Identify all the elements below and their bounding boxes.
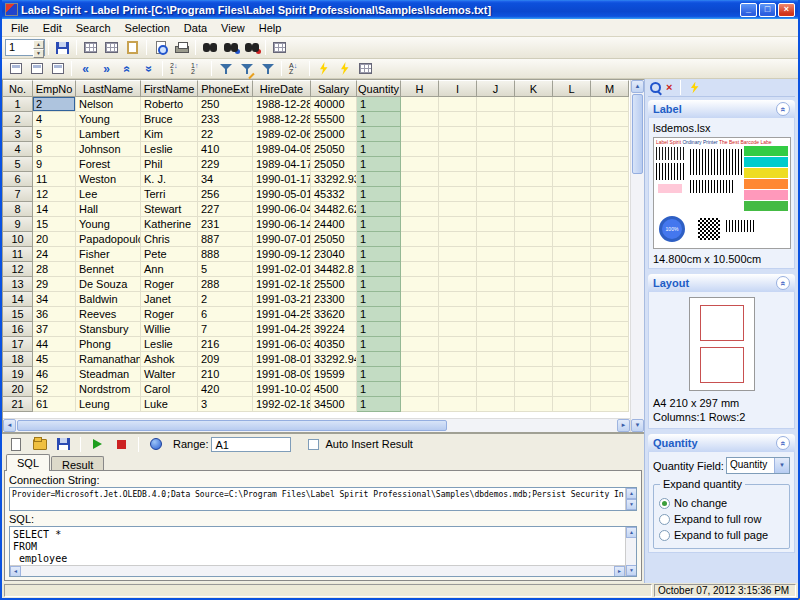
row-header[interactable]: 3 (3, 127, 33, 142)
paste-button[interactable] (122, 39, 143, 57)
tab-sql[interactable]: SQL (6, 454, 50, 471)
cell[interactable]: Stansbury (76, 322, 141, 337)
cell[interactable]: 61 (33, 397, 76, 412)
page-down-button[interactable]: « (138, 60, 159, 78)
scroll-up-icon[interactable]: ▲ (626, 488, 637, 499)
cell[interactable]: 20 (33, 232, 76, 247)
cell[interactable]: 233 (198, 112, 253, 127)
collapse-chevron-icon[interactable]: « (776, 102, 790, 116)
radio-option-no-change[interactable]: No change (659, 495, 784, 511)
menu-edit[interactable]: Edit (36, 20, 69, 36)
cell[interactable]: 1 (357, 217, 401, 232)
cell[interactable]: 420 (198, 382, 253, 397)
column-header-empno[interactable]: EmpNo (33, 80, 76, 97)
cell[interactable]: 25000 (311, 127, 357, 142)
cell[interactable]: 1990-06-14 (253, 217, 311, 232)
cell[interactable]: 410 (198, 142, 253, 157)
cell[interactable] (401, 382, 439, 397)
column-header-quantity[interactable]: Quantity (357, 80, 401, 97)
column-header-hiredate[interactable]: HireDate (253, 80, 311, 97)
cell[interactable] (553, 97, 591, 112)
filter-button[interactable] (215, 60, 236, 78)
apply-button[interactable] (313, 60, 334, 78)
cell[interactable]: De Souza (76, 277, 141, 292)
cell[interactable]: 1 (357, 112, 401, 127)
maximize-button[interactable]: □ (759, 3, 776, 17)
cell[interactable] (439, 292, 477, 307)
cell[interactable] (477, 142, 515, 157)
cell[interactable]: 1989-02-06 (253, 127, 311, 142)
cell[interactable] (591, 97, 629, 112)
cell[interactable]: 7 (198, 322, 253, 337)
cell[interactable]: 231 (198, 217, 253, 232)
cell[interactable]: Ramanathan (76, 352, 141, 367)
cell[interactable]: 1991-02-18 (253, 277, 311, 292)
radio-button[interactable] (659, 530, 670, 541)
scroll-down-icon[interactable]: ▼ (626, 499, 637, 510)
cell[interactable]: 19599 (311, 367, 357, 382)
cell[interactable]: 227 (198, 202, 253, 217)
cell[interactable] (439, 142, 477, 157)
cell[interactable]: 229 (198, 157, 253, 172)
cell[interactable] (553, 202, 591, 217)
record-number-spinner[interactable]: 1 ▲ ▼ (5, 39, 45, 56)
connection-string-box[interactable]: Provider=Microsoft.Jet.OLEDB.4.0;Data So… (9, 487, 637, 511)
cell[interactable]: Carol (141, 382, 198, 397)
cell[interactable]: 1989-04-05 (253, 142, 311, 157)
cell[interactable] (553, 352, 591, 367)
sql-editor[interactable]: SELECT * FROM employee ▲ ▼ ◄ ► (9, 526, 637, 577)
cell[interactable] (515, 322, 553, 337)
cell[interactable]: 24400 (311, 217, 357, 232)
flash-icon[interactable] (689, 82, 699, 94)
cell[interactable] (401, 157, 439, 172)
cell[interactable]: 1 (357, 232, 401, 247)
sort-ascending-button[interactable]: 2↓1 (166, 60, 187, 78)
cell[interactable]: 216 (198, 337, 253, 352)
cell[interactable] (439, 397, 477, 412)
cell[interactable] (477, 232, 515, 247)
cell[interactable] (591, 142, 629, 157)
cell[interactable]: 1 (357, 277, 401, 292)
cell[interactable]: Baldwin (76, 292, 141, 307)
cell[interactable]: Roger (141, 277, 198, 292)
collapse-chevron-icon[interactable]: « (776, 436, 790, 450)
view-label-button[interactable] (5, 60, 26, 78)
cell[interactable]: Hall (76, 202, 141, 217)
cell[interactable]: 1988-12-28 (253, 112, 311, 127)
cell[interactable] (591, 262, 629, 277)
cell[interactable] (591, 352, 629, 367)
page-up-button[interactable]: « (117, 60, 138, 78)
cell[interactable] (477, 307, 515, 322)
cell[interactable]: Steadman (76, 367, 141, 382)
scroll-down-icon[interactable]: ▼ (626, 565, 637, 576)
cell[interactable] (477, 172, 515, 187)
cell[interactable] (553, 397, 591, 412)
cell[interactable] (477, 352, 515, 367)
minimize-button[interactable]: _ (740, 3, 757, 17)
cell[interactable] (553, 277, 591, 292)
cell[interactable] (515, 397, 553, 412)
cell[interactable] (591, 172, 629, 187)
cell[interactable]: K. J. (141, 172, 198, 187)
cell[interactable]: 1991-06-03 (253, 337, 311, 352)
cell[interactable]: 1991-08-09 (253, 367, 311, 382)
row-header[interactable]: 6 (3, 172, 33, 187)
cell[interactable] (553, 112, 591, 127)
radio-button[interactable] (659, 498, 670, 509)
cell[interactable]: 1 (357, 172, 401, 187)
radio-button[interactable] (659, 514, 670, 525)
cell[interactable] (515, 262, 553, 277)
cell[interactable]: Leslie (141, 337, 198, 352)
cell[interactable]: 1 (357, 382, 401, 397)
cell[interactable]: Ashok (141, 352, 198, 367)
connection-scrollbar[interactable]: ▲ ▼ (625, 488, 636, 510)
scroll-right-icon[interactable]: ► (614, 566, 625, 577)
cell[interactable] (591, 382, 629, 397)
cell[interactable]: 40350 (311, 337, 357, 352)
cell[interactable]: 1991-03-21 (253, 292, 311, 307)
column-header-lastname[interactable]: LastName (76, 80, 141, 97)
cell[interactable] (515, 157, 553, 172)
cell[interactable]: 1990-01-17 (253, 172, 311, 187)
auto-insert-checkbox[interactable] (308, 439, 319, 450)
cell[interactable]: 1988-12-28 (253, 97, 311, 112)
